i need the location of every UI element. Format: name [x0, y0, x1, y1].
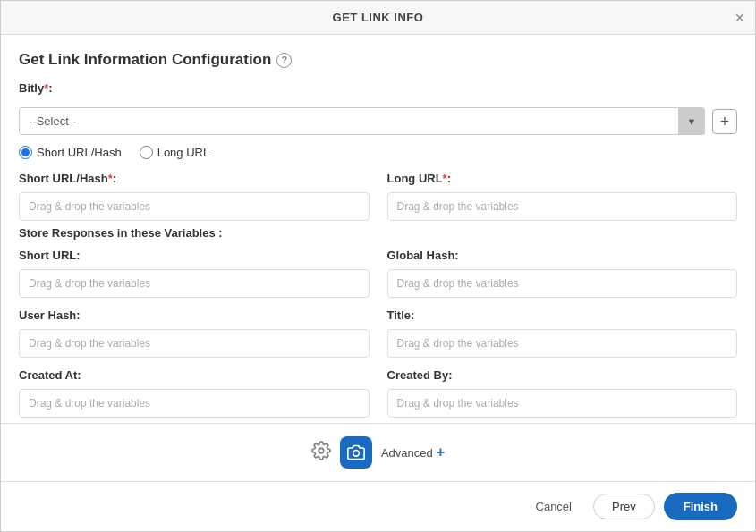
close-button[interactable]: × — [735, 10, 744, 26]
bitly-select[interactable]: --Select-- — [19, 107, 705, 135]
field-group-title: Title: — [387, 308, 738, 358]
field-group-user-hash: User Hash: — [19, 308, 370, 358]
field-label-global-hash: Global Hash: — [387, 249, 738, 262]
field-group-created-by: Created By: — [387, 368, 738, 418]
field-input-created-by[interactable] — [387, 389, 738, 418]
footer-icons-group: Advanced + — [311, 436, 445, 469]
camera-icon — [347, 443, 365, 461]
bitly-label: Bitly*: — [19, 81, 53, 95]
field-input-created-at[interactable] — [19, 389, 370, 418]
svg-point-1 — [353, 451, 360, 457]
field-input-short-url[interactable] — [19, 269, 370, 298]
bitly-select-row: --Select-- ▼ + — [19, 107, 737, 135]
section-title-text: Get Link Information Configuration — [19, 51, 271, 69]
url-fields-row: Short URL/Hash*: Long URL*: — [19, 172, 737, 221]
bitly-select-wrapper: --Select-- ▼ — [19, 107, 705, 135]
long-url-input[interactable] — [387, 192, 738, 221]
short-url-hash-group: Short URL/Hash*: — [19, 172, 370, 221]
long-url-group: Long URL*: — [387, 172, 738, 221]
field-group-global-hash: Global Hash: — [387, 249, 738, 298]
radio-short-url[interactable]: Short URL/Hash — [19, 146, 122, 159]
modal-bottom-bar: Cancel Prev Finish — [1, 481, 755, 531]
radio-short-url-input[interactable] — [19, 146, 32, 159]
gear-icon-button[interactable] — [311, 441, 331, 465]
section-title: Get Link Information Configuration ? — [19, 51, 737, 69]
field-label-created-by: Created By: — [387, 368, 738, 382]
radio-long-url[interactable]: Long URL — [140, 146, 210, 159]
bitly-row: Bitly*: — [19, 81, 737, 98]
field-label-short-url: Short URL: — [19, 249, 370, 262]
svg-point-0 — [319, 448, 324, 453]
footer-icons-bar: Advanced + — [1, 423, 755, 481]
store-responses-label: Store Responses in these Variables : — [19, 226, 737, 240]
prev-button[interactable]: Prev — [593, 494, 655, 519]
field-group-short-url: Short URL: — [19, 249, 370, 298]
add-button[interactable]: + — [712, 109, 737, 134]
field-label-user-hash: User Hash: — [19, 308, 370, 322]
advanced-icon-button[interactable] — [340, 436, 372, 469]
cancel-button[interactable]: Cancel — [523, 494, 584, 519]
radio-row: Short URL/Hash Long URL — [19, 146, 737, 159]
long-url-label: Long URL*: — [387, 172, 738, 185]
advanced-label: Advanced + — [381, 444, 445, 460]
short-url-hash-input[interactable] — [19, 192, 370, 221]
modal-title: GET LINK INFO — [333, 11, 424, 24]
response-fields-grid: Short URL: Global Hash: User Hash: Title… — [19, 249, 737, 418]
modal-header: GET LINK INFO × — [1, 1, 755, 35]
field-label-title: Title: — [387, 308, 738, 322]
gear-icon — [311, 441, 331, 460]
finish-button[interactable]: Finish — [664, 493, 737, 520]
field-input-global-hash[interactable] — [387, 269, 738, 298]
modal-body: Get Link Information Configuration ? Bit… — [1, 35, 755, 423]
field-group-created-at: Created At: — [19, 368, 370, 418]
field-input-title[interactable] — [387, 329, 738, 358]
help-icon[interactable]: ? — [276, 53, 292, 68]
field-input-user-hash[interactable] — [19, 329, 370, 358]
radio-long-url-input[interactable] — [140, 146, 153, 159]
short-url-hash-label: Short URL/Hash*: — [19, 172, 370, 185]
field-label-created-at: Created At: — [19, 368, 370, 382]
